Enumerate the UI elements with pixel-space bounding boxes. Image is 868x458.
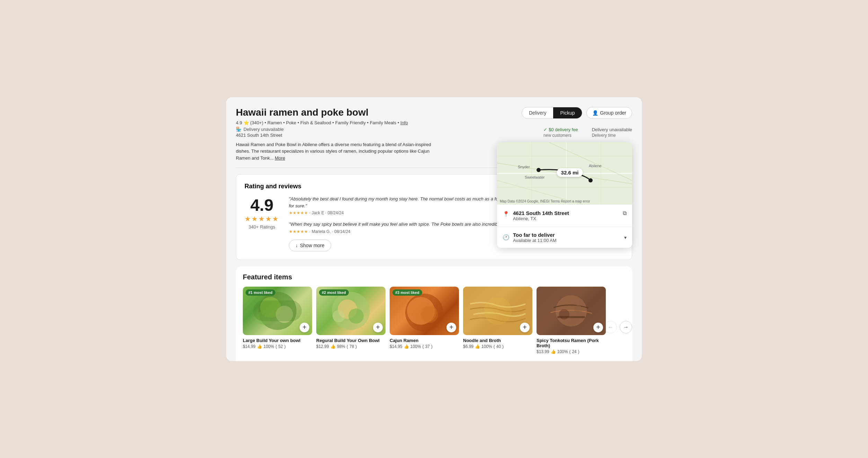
item-name-5: Spicy Tonkotsu Ramen (Pork Broth) xyxy=(537,338,606,348)
show-more-button[interactable]: ↓ Show more xyxy=(289,240,331,251)
location-icon: 📍 xyxy=(503,211,510,217)
fee-info: ✓ $0 delivery fee new customers xyxy=(543,127,578,138)
prev-arrow-button[interactable]: ← xyxy=(604,321,617,333)
addr-street: 4621 South 14th Street xyxy=(513,210,619,216)
time-sub: Delivery time xyxy=(592,133,632,138)
fee-top: ✓ $0 delivery fee xyxy=(543,127,578,132)
author-name-1: · Jack E · 08/24/24 xyxy=(309,210,344,215)
item-price-value-3: $14.95 xyxy=(390,344,402,349)
time-info: Delivery unavailable Delivery time xyxy=(592,127,632,138)
svg-text:Abilene: Abilene xyxy=(589,164,602,168)
chevron-down-icon[interactable]: ▾ xyxy=(624,235,627,240)
address-text: 4621 South 14th Street Abilene, TX xyxy=(513,210,619,221)
item-badge-1: #1 most liked xyxy=(246,289,275,296)
item-image-4: + xyxy=(463,287,532,335)
featured-section: Featured items #1 most liked + Large Bui… xyxy=(236,266,632,361)
items-row: #1 most liked + Large Build Your own bow… xyxy=(243,287,625,361)
item-price-value-4: $6.99 xyxy=(463,344,473,349)
group-order-button[interactable]: 👤 Group order xyxy=(586,107,632,119)
item-price-2: $12.99 👍 98% (78) xyxy=(316,344,386,349)
add-item-2-button[interactable]: + xyxy=(373,323,383,332)
item-image-2: #2 most liked + xyxy=(316,287,386,335)
item-thumb-pct-3: 100% xyxy=(410,344,421,349)
item-card-2[interactable]: #2 most liked + Regural Build Your Own B… xyxy=(316,287,386,354)
thumb-up-icon-2: 👍 xyxy=(330,344,336,349)
add-item-3-button[interactable]: + xyxy=(446,323,456,332)
rating-score: 4.9 ★★★★★ 340+ Ratings xyxy=(245,196,279,251)
more-link[interactable]: More xyxy=(275,155,285,161)
item-image-1: #1 most liked + xyxy=(243,287,312,335)
item-price-4: $6.99 👍 100% (40) xyxy=(463,344,532,349)
group-order-label: Group order xyxy=(600,110,626,116)
svg-point-22 xyxy=(348,308,364,324)
nav-arrows: ← → xyxy=(604,321,632,333)
add-item-1-button[interactable]: + xyxy=(300,323,309,332)
svg-text:Sweetwater: Sweetwater xyxy=(525,175,545,179)
svg-point-11 xyxy=(588,178,593,182)
thumb-up-icon-1: 👍 xyxy=(257,344,262,349)
check-icon: ✓ xyxy=(543,127,547,132)
svg-text:Snyder: Snyder xyxy=(518,165,530,169)
fee-sub: new customers xyxy=(543,133,578,138)
item-price-3: $14.95 👍 100% (37) xyxy=(390,344,459,349)
delivery-status-popup: Too far to deliver xyxy=(513,232,621,238)
item-name-4: Noodle and Broth xyxy=(463,338,532,343)
item-thumb-pct-4: 100% xyxy=(481,344,492,349)
thumb-up-icon-5: 👍 xyxy=(551,349,556,354)
item-card-1[interactable]: #1 most liked + Large Build Your own bow… xyxy=(243,287,312,354)
item-price-5: $13.99 👍 100% (24) xyxy=(537,349,606,354)
info-link[interactable]: Info xyxy=(400,120,408,125)
delivery-pickup-toggle: Delivery Pickup xyxy=(522,107,582,119)
add-item-4-button[interactable]: + xyxy=(520,323,530,332)
item-card-5[interactable]: + Spicy Tonkotsu Ramen (Pork Broth) $13.… xyxy=(537,287,606,354)
item-price-1: $14.99 👍 100% (52) xyxy=(243,344,312,349)
item-price-value-2: $12.99 xyxy=(316,344,329,349)
addr-city: Abilene, TX xyxy=(513,216,619,221)
next-arrow-button[interactable]: → xyxy=(620,321,632,333)
item-thumb-pct-1: 100% xyxy=(264,344,274,349)
item-name-3: Cajun Ramen xyxy=(390,338,459,343)
item-thumb-pct-2: 98% xyxy=(337,344,345,349)
popup-hours: 🕐 Too far to deliver Available at 11:00 … xyxy=(497,227,632,248)
popup-address: 📍 4621 South 14th Street Abilene, TX ⧉ xyxy=(497,205,632,227)
item-review-count-3: 37 xyxy=(425,344,429,349)
item-review-count-4: 40 xyxy=(496,344,501,349)
pickup-tab[interactable]: Pickup xyxy=(553,107,582,118)
copy-icon[interactable]: ⧉ xyxy=(623,210,627,216)
add-item-5-button[interactable]: + xyxy=(593,323,603,332)
item-review-count-5: 24 xyxy=(572,349,576,354)
map-attribution: Map Data ©2024 Google, INEGI Terms Repor… xyxy=(500,199,590,203)
item-card-4[interactable]: + Noodle and Broth $6.99 👍 100% (40) xyxy=(463,287,532,354)
item-thumb-pct-5: 100% xyxy=(557,349,568,354)
show-more-label: Show more xyxy=(300,243,325,248)
group-icon: 👤 xyxy=(592,110,598,116)
available-time: Available at 11:00 AM xyxy=(513,238,621,243)
item-image-5: + xyxy=(537,287,606,335)
svg-point-10 xyxy=(537,168,541,172)
restaurant-title: Hawaii ramen and poke bowl xyxy=(236,107,522,118)
arrow-down-icon: ↓ xyxy=(295,243,298,248)
delivery-status: Delivery unavailable xyxy=(243,127,284,132)
item-image-3: #3 most liked + xyxy=(390,287,459,335)
delivery-tab[interactable]: Delivery xyxy=(522,107,553,118)
item-badge-3: #3 most liked xyxy=(392,289,422,296)
rating-inline: 4.9 ⭐ (340+) • xyxy=(236,120,266,125)
svg-point-23 xyxy=(333,310,345,322)
right-header: Delivery Pickup 👤 Group order ✓ $0 deliv… xyxy=(522,107,632,138)
delivery-info-bar: ✓ $0 delivery fee new customers Delivery… xyxy=(543,127,632,138)
item-name-1: Large Build Your own bowl xyxy=(243,338,312,343)
svg-point-27 xyxy=(412,302,436,323)
review-stars-1: ★★★★★ xyxy=(289,210,308,215)
rating-count: 340+ Ratings xyxy=(245,224,279,230)
item-card-3[interactable]: #3 most liked + Cajun Ramen $14.95 👍 100… xyxy=(390,287,459,354)
rating-number: 4.9 xyxy=(245,196,279,215)
svg-point-33 xyxy=(574,305,582,313)
featured-title: Featured items xyxy=(243,273,625,281)
map-area: Snyder Sweetwater Abilene 32.6 mi Map Da… xyxy=(497,142,632,205)
delivery-icon: 🏪 xyxy=(236,127,241,132)
hours-info: Too far to deliver Available at 11:00 AM xyxy=(513,232,621,243)
item-name-2: Regural Build Your Own Bowl xyxy=(316,338,386,343)
item-badge-2: #2 most liked xyxy=(319,289,349,296)
time-top: Delivery unavailable xyxy=(592,127,632,132)
restaurant-card: Hawaii ramen and poke bowl 4.9 ⭐ (340+) … xyxy=(226,97,642,361)
